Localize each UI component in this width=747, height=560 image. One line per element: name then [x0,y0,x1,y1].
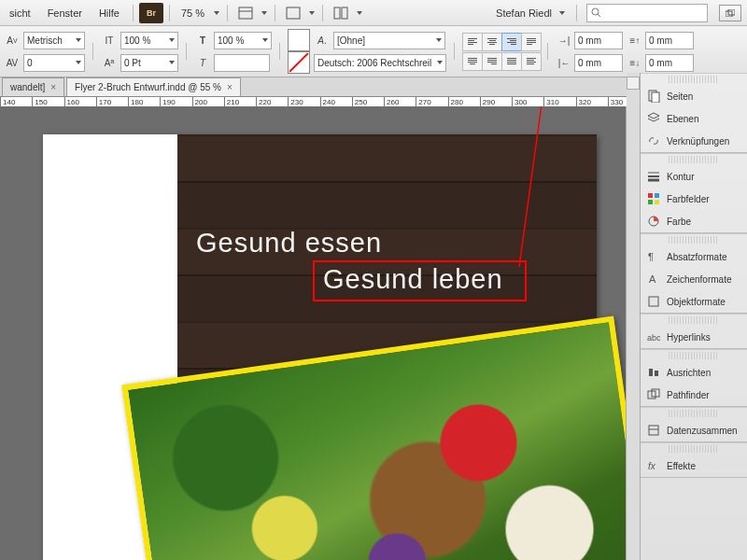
skew-field[interactable] [214,54,270,72]
document-tab[interactable]: wandelt]× [2,77,64,96]
panel-kontur[interactable]: Kontur [641,165,747,188]
panel-effekte[interactable]: fxEffekte [641,455,747,477]
panel-label: Ebenen [667,114,698,124]
indent-left-icon: →| [556,33,572,48]
panel-label: Verknüpfungen [667,136,729,147]
svg-rect-24 [649,369,653,376]
svg-rect-22 [649,297,658,306]
align-spine-button[interactable] [521,52,542,71]
vscale-field[interactable]: 100 % [120,32,178,49]
panel-dock: SeitenEbenenVerknüpfungenKonturFarbfelde… [640,73,747,560]
justify-all-button[interactable] [501,52,522,71]
panel-farbfelder[interactable]: Farbfelder [641,188,747,210]
tracking-icon: AV [4,55,21,70]
fill-swatch[interactable] [288,29,310,51]
hyper-icon: abc [646,329,661,344]
indent-left-field[interactable]: 0 mm [574,32,623,49]
panel-label: Pathfinder [667,390,710,400]
space-after-field[interactable]: 0 mm [645,54,694,72]
kerning-select[interactable]: Metrisch [23,32,85,49]
svg-point-5 [592,8,599,15]
close-icon[interactable]: × [50,82,56,92]
baseline-field[interactable]: 0 Pt [120,54,178,72]
svg-text:¶: ¶ [648,251,654,262]
hscale-field[interactable]: 100 % [214,32,272,49]
svg-rect-16 [655,193,659,198]
dropdown-icon[interactable] [307,4,317,22]
tracking-field[interactable]: 0 [23,54,85,72]
panel-label: Datenzusammen [667,426,738,436]
panel-label: Absatzformate [667,252,726,262]
dropdown-icon[interactable] [355,4,364,22]
links-icon [646,133,661,148]
close-icon[interactable]: × [227,82,233,92]
merge-icon [646,423,661,438]
pasteboard[interactable]: Gesund essen Gesund leben [0,106,630,560]
indent-right-field[interactable]: 0 mm [574,54,623,72]
language-select[interactable]: Deutsch: 2006 Rechtschreil [314,54,446,72]
svg-text:abc: abc [647,333,660,343]
svg-rect-3 [334,7,340,19]
svg-text:A: A [649,273,656,285]
menu-hilfe[interactable]: Hilfe [92,4,127,22]
panel-label: Ausrichten [667,368,711,378]
panel-ebenen[interactable]: Ebenen [641,107,747,130]
align-left-button[interactable] [462,33,483,51]
svg-rect-28 [649,426,658,435]
svg-rect-15 [648,193,653,198]
view-options-icon[interactable] [233,3,258,23]
stroke-swatch[interactable] [288,51,310,74]
panel-label: Farbe [667,217,691,227]
align-center-button[interactable] [482,33,502,51]
panel-farbe[interactable]: Farbe [641,210,747,232]
panel-seiten[interactable]: Seiten [641,85,747,107]
headline-2[interactable]: Gesund leben [323,264,503,295]
svg-rect-0 [239,7,252,19]
skew-icon: T [194,55,211,70]
pages-icon [646,89,661,104]
arrange-docs-icon[interactable] [329,3,353,23]
panel-label: Hyperlinks [667,332,711,343]
charstyle-icon: A. [314,33,331,48]
panel-hyperlinks[interactable]: abcHyperlinks [641,326,747,348]
svg-rect-4 [342,7,347,19]
bridge-button[interactable]: Br [139,3,163,23]
panel-pathfinder[interactable]: Pathfinder [641,384,747,406]
user-name[interactable]: Stefan Riedl [496,7,552,19]
panel-label: Seiten [667,91,693,102]
panel-ausrichten[interactable]: Ausrichten [641,361,747,384]
panel-collapse-strip[interactable] [627,73,641,560]
svg-rect-2 [287,7,300,19]
panel-label: Effekte [667,461,696,471]
panel-objektformate[interactable]: Objektformate [641,290,747,313]
justify-right-button[interactable] [482,52,502,71]
charstyle-select[interactable]: [Ohne] [333,32,445,49]
menu-fenster[interactable]: Fenster [40,4,90,22]
indent-right-icon: |← [556,55,572,70]
space-before-field[interactable]: 0 mm [645,32,694,49]
panel-label: Zeichenformate [667,274,731,285]
vscale-icon: IT [101,33,118,48]
menu-sicht[interactable]: sicht [2,4,38,22]
panel-label: Kontur [667,172,694,182]
menu-bar: sicht Fenster Hilfe Br 75 % Stefan Riedl [0,0,747,26]
screen-mode-icon[interactable] [281,3,305,23]
panel-datenzusammen[interactable]: Datenzusammen [641,419,747,441]
headline-1[interactable]: Gesund essen [196,228,382,259]
align-right-button[interactable] [501,33,522,51]
panel-absatzformate[interactable]: ¶Absatzformate [641,245,747,268]
zoom-level[interactable]: 75 % [176,4,221,22]
align-icon [646,365,661,380]
dropdown-icon[interactable] [260,4,269,22]
panel-verknüpfungen[interactable]: Verknüpfungen [641,130,747,152]
document-tab[interactable]: Flyer 2-Bruch Entwurf.indd @ 55 %× [66,77,241,96]
justify-left-button[interactable] [521,33,542,51]
panel-zeichenformate[interactable]: AZeichenformate [641,268,747,290]
search-input[interactable] [586,4,708,22]
expand-icon[interactable] [627,77,640,90]
justify-center-button[interactable] [462,52,483,71]
space-before-icon: ≡↑ [627,33,643,48]
dropdown-icon[interactable] [557,4,567,22]
window-restore-button[interactable] [719,5,741,21]
svg-rect-25 [655,371,658,376]
